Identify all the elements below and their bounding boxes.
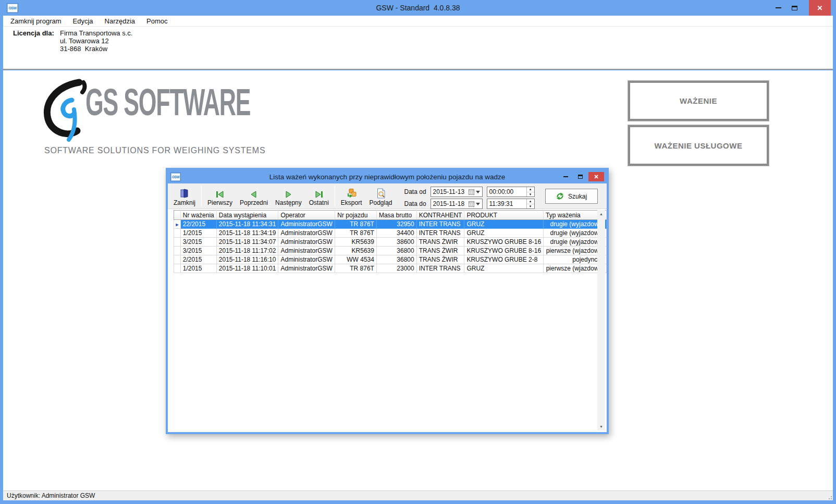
- table-row[interactable]: 3/20152015-11-18 11:17:02AdministratorGS…: [174, 247, 607, 255]
- logo-mark-icon: [40, 78, 92, 156]
- logo-brand-text: GS SOFTWARE: [85, 85, 250, 119]
- toolbar-separator: [201, 186, 202, 206]
- scroll-up-button[interactable]: ▲: [597, 210, 605, 218]
- dialog-body: Nr ważeniaData wystąpieniaOperatorNr poj…: [168, 209, 607, 432]
- status-user-text: Użytkownik: Administrator GSW: [3, 492, 95, 499]
- toolbar-button-label: Poprzedni: [240, 199, 268, 206]
- dialog-titlebar: GSW Lista ważeń wykonanych przy nieprawi…: [168, 170, 607, 183]
- table-cell: TR 876T: [335, 229, 377, 238]
- table-cell: TR 876T: [335, 220, 377, 229]
- menu-item-narz-dzia[interactable]: Narzędzia: [99, 16, 141, 26]
- row-marker-column-header: [174, 211, 181, 220]
- menu-item-edycja[interactable]: Edycja: [67, 16, 99, 26]
- calendar-dropdown-button[interactable]: [468, 187, 482, 196]
- table-cell: INTER TRANS: [416, 264, 464, 273]
- weighings-table: Nr ważeniaData wystąpieniaOperatorNr poj…: [174, 210, 607, 273]
- podgl-d-toolbar-button[interactable]: Podgląd: [365, 185, 396, 208]
- minimize-button[interactable]: [770, 0, 786, 16]
- dialog-maximize-button[interactable]: [574, 172, 587, 181]
- table-cell: TRANS ŻWIR: [416, 238, 464, 247]
- table-cell: 32950: [376, 220, 416, 229]
- column-header-operator[interactable]: Operator: [278, 211, 335, 220]
- spinner-up-button[interactable]: ▲: [527, 187, 534, 192]
- menu-item-pomoc[interactable]: Pomoc: [141, 16, 173, 26]
- eksport-toolbar-button[interactable]: Eksport: [337, 185, 366, 208]
- table-row[interactable]: 1/20152015-11-18 11:34:19AdministratorGS…: [174, 229, 607, 238]
- table-row[interactable]: 1/20152015-11-18 11:10:01AdministratorGS…: [174, 264, 607, 273]
- pierwszy-toolbar-button[interactable]: Pierwszy: [204, 185, 236, 208]
- chevron-down-icon: [476, 203, 480, 205]
- license-line: 31-868 Kraków: [60, 45, 132, 53]
- table-cell: 2015-11-18 11:34:19: [216, 229, 278, 238]
- current-row-arrow-icon: ►: [175, 222, 179, 227]
- szukaj-button[interactable]: Szukaj: [545, 189, 598, 204]
- time-to-input[interactable]: 11:39:31 ▲▼: [487, 199, 535, 209]
- column-header-masa-brutto[interactable]: Masa brutto: [376, 211, 416, 220]
- resize-grip[interactable]: [827, 494, 832, 499]
- maximize-icon: [792, 6, 797, 10]
- table-cell: KR5639: [335, 247, 377, 255]
- ostatni-toolbar-button[interactable]: Ostatni: [305, 185, 333, 208]
- vertical-scrollbar[interactable]: ▲ ▼: [597, 210, 605, 431]
- spinner-down-button[interactable]: ▼: [527, 204, 534, 209]
- date-filter-area: Data od 2015-11-13 00:00:00 ▲▼ Data do: [404, 185, 535, 208]
- maximize-button[interactable]: [786, 0, 803, 16]
- menu-bar: Zamknij programEdycjaNarzędziaPomoc: [3, 16, 833, 27]
- table-cell: 3/2015: [180, 247, 216, 255]
- calendar-dropdown-button[interactable]: [468, 199, 482, 208]
- column-header-data-wyst-pienia[interactable]: Data wystąpienia: [216, 211, 278, 220]
- column-header-nr-wa-enia[interactable]: Nr ważenia: [180, 211, 216, 220]
- table-cell: 36800: [376, 255, 416, 264]
- wazenie-uslugowe-button[interactable]: WAŻENIE USŁUGOWE: [628, 125, 769, 166]
- table-cell: 34400: [376, 229, 416, 238]
- time-from-input[interactable]: 00:00:00 ▲▼: [487, 187, 535, 197]
- table-cell: KR5639: [335, 238, 377, 247]
- table-cell: KRUSZYWO GRUBE 8-16: [464, 247, 544, 255]
- dialog-close-button[interactable]: ✕: [588, 172, 604, 181]
- close-button[interactable]: ✕: [809, 0, 831, 16]
- next-record-icon: [283, 187, 293, 199]
- menu-item-zamknij-program[interactable]: Zamknij program: [5, 16, 67, 26]
- dialog-minimize-button[interactable]: [559, 172, 572, 181]
- table-cell: AdministratorGSW: [278, 220, 335, 229]
- toolbar-button-label: Pierwszy: [207, 199, 232, 206]
- chevron-down-icon: [476, 191, 480, 193]
- search-refresh-icon: [556, 192, 564, 201]
- poprzedni-toolbar-button[interactable]: Poprzedni: [236, 185, 272, 208]
- calendar-icon: [469, 189, 474, 195]
- row-marker-cell: [174, 229, 181, 238]
- license-label: Licencja dla:: [13, 29, 54, 37]
- spinner-down-button[interactable]: ▼: [527, 192, 534, 197]
- column-header-nr-pojazdu[interactable]: Nr pojazdu: [335, 211, 377, 220]
- minimize-icon: [563, 176, 568, 177]
- table-cell: 2015-11-18 11:16:10: [216, 255, 278, 264]
- window-title: GSW - Standard 4.0.8.38: [0, 4, 836, 12]
- toolbar-button-label: Zamknij: [174, 199, 195, 206]
- table-cell: 22/2015: [180, 220, 216, 229]
- wazenie-button[interactable]: WAŻENIE: [628, 81, 769, 121]
- column-header-kontrahent[interactable]: KONTRAHENT: [416, 211, 464, 220]
- row-marker-cell: [174, 247, 181, 255]
- date-to-label: Data do: [404, 200, 426, 207]
- dialog-title: Lista ważeń wykonanych przy nieprawidłow…: [168, 173, 607, 181]
- table-cell: GRUZ: [464, 264, 544, 273]
- table-row[interactable]: 3/20152015-11-18 11:34:07AdministratorGS…: [174, 238, 607, 247]
- row-marker-cell: [174, 238, 181, 247]
- column-header-produkt[interactable]: PRODUKT: [464, 211, 544, 220]
- table-row[interactable]: 2/20152015-11-18 11:16:10AdministratorGS…: [174, 255, 607, 264]
- scroll-down-button[interactable]: ▼: [597, 423, 605, 431]
- date-to-input[interactable]: 2015-11-18: [431, 199, 483, 209]
- table-cell: AdministratorGSW: [278, 229, 335, 238]
- date-from-input[interactable]: 2015-11-13: [431, 187, 483, 197]
- table-row[interactable]: ►22/20152015-11-18 11:34:31Administrator…: [174, 220, 607, 229]
- license-line: Firma Transportowa s.c.: [60, 29, 132, 37]
- nast-pny-toolbar-button[interactable]: Następny: [272, 185, 305, 208]
- preview-icon: [376, 187, 386, 199]
- table-cell: 23000: [376, 264, 416, 273]
- spinner-up-button[interactable]: ▲: [527, 199, 534, 204]
- main-content: GS SOFTWARE SOFTWARE SOLUTIONS FOR WEIGH…: [3, 70, 833, 490]
- table-cell: 1/2015: [180, 264, 216, 273]
- zamknij-toolbar-button[interactable]: Zamknij: [170, 185, 199, 208]
- table-cell: 2/2015: [180, 255, 216, 264]
- table-cell: 38600: [376, 238, 416, 247]
